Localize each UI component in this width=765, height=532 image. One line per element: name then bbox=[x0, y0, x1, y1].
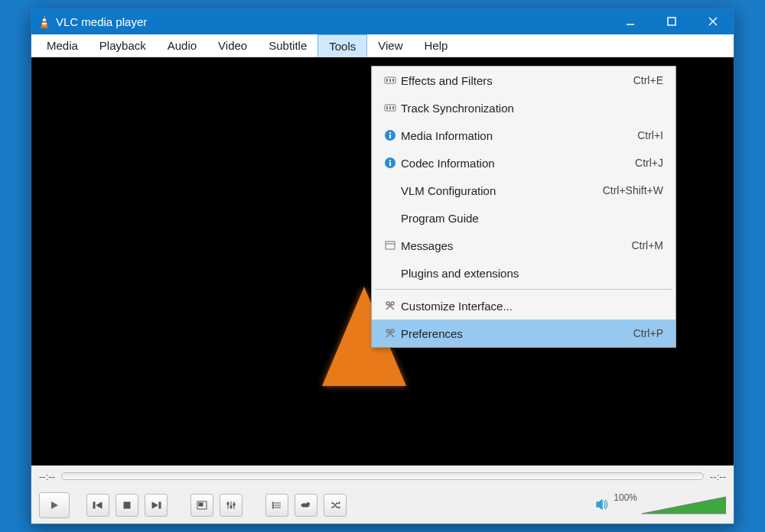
menu-item-label: Customize Interface... bbox=[401, 300, 663, 313]
svg-marker-29 bbox=[339, 501, 340, 504]
equalizer-icon bbox=[379, 74, 401, 86]
menu-subtitle[interactable]: Subtitle bbox=[258, 34, 317, 57]
vlc-cone-icon bbox=[37, 15, 51, 28]
svg-marker-30 bbox=[339, 506, 340, 509]
svg-rect-3 bbox=[42, 23, 47, 24]
menu-item-media-information[interactable]: Media InformationCtrl+I bbox=[372, 122, 675, 149]
menu-item-shortcut: Ctrl+J bbox=[635, 157, 668, 169]
seek-row: --:-- --:-- bbox=[31, 466, 734, 487]
svg-rect-15 bbox=[199, 503, 203, 506]
menu-item-customize-interface[interactable]: Customize Interface... bbox=[372, 292, 675, 320]
menu-item-label: Preferences bbox=[401, 327, 633, 340]
info-icon bbox=[379, 129, 401, 141]
app-window: VLC media player MediaPlaybackAudioVideo… bbox=[31, 8, 734, 524]
svg-rect-47 bbox=[386, 242, 395, 249]
menu-item-track-synchronization[interactable]: Track Synchronization bbox=[372, 94, 675, 122]
shuffle-button[interactable] bbox=[324, 494, 347, 517]
svg-rect-13 bbox=[159, 502, 161, 508]
svg-rect-5 bbox=[668, 18, 675, 25]
menu-item-shortcut: Ctrl+Shift+W bbox=[603, 184, 668, 196]
close-button[interactable] bbox=[692, 8, 734, 34]
svg-marker-32 bbox=[642, 497, 726, 514]
minimize-button[interactable] bbox=[610, 8, 651, 34]
menu-item-program-guide[interactable]: Program Guide bbox=[372, 204, 675, 232]
svg-rect-34 bbox=[386, 79, 388, 82]
svg-rect-36 bbox=[392, 79, 394, 82]
menu-item-label: Plugins and extensions bbox=[401, 267, 663, 280]
svg-marker-31 bbox=[597, 500, 602, 509]
svg-point-25 bbox=[272, 502, 274, 504]
menu-item-effects-and-filters[interactable]: Effects and FiltersCtrl+E bbox=[372, 66, 675, 94]
svg-rect-38 bbox=[386, 106, 388, 109]
window-icon bbox=[379, 239, 401, 251]
volume-label: 100% bbox=[614, 492, 637, 503]
speaker-icon bbox=[595, 498, 609, 514]
svg-marker-28 bbox=[308, 502, 310, 505]
svg-rect-40 bbox=[392, 106, 394, 109]
loop-button[interactable] bbox=[295, 494, 317, 517]
playlist-button[interactable] bbox=[265, 494, 288, 517]
menu-item-label: Messages bbox=[401, 239, 631, 252]
window-title: VLC media player bbox=[51, 15, 610, 28]
fullscreen-button[interactable] bbox=[190, 494, 213, 517]
tools-icon bbox=[379, 327, 401, 339]
seek-slider[interactable] bbox=[61, 472, 704, 480]
menu-item-vlm-configuration[interactable]: VLM ConfigurationCtrl+Shift+W bbox=[372, 177, 675, 204]
menu-help[interactable]: Help bbox=[414, 34, 459, 57]
menu-item-messages[interactable]: MessagesCtrl+M bbox=[372, 232, 675, 259]
svg-rect-42 bbox=[389, 135, 391, 138]
menu-item-codec-information[interactable]: Codec InformationCtrl+J bbox=[372, 149, 675, 177]
stop-button[interactable] bbox=[116, 494, 138, 517]
svg-marker-8 bbox=[51, 501, 58, 509]
svg-rect-45 bbox=[389, 162, 391, 166]
menu-item-shortcut: Ctrl+E bbox=[633, 74, 668, 86]
info-icon bbox=[379, 157, 401, 169]
svg-point-26 bbox=[272, 504, 274, 506]
play-button[interactable] bbox=[39, 492, 70, 518]
menu-tools[interactable]: Tools bbox=[317, 34, 367, 57]
svg-point-54 bbox=[391, 329, 394, 332]
menu-item-label: VLM Configuration bbox=[401, 184, 603, 197]
next-button[interactable] bbox=[145, 494, 168, 517]
menu-item-label: Media Information bbox=[401, 129, 637, 142]
svg-marker-0 bbox=[41, 15, 47, 27]
time-elapsed[interactable]: --:-- bbox=[39, 471, 55, 482]
svg-point-52 bbox=[386, 302, 389, 305]
time-remaining[interactable]: --:-- bbox=[710, 471, 726, 482]
menu-item-shortcut: Ctrl+P bbox=[633, 327, 668, 339]
menu-item-label: Effects and Filters bbox=[401, 74, 633, 87]
menu-view[interactable]: View bbox=[367, 34, 413, 57]
svg-rect-11 bbox=[124, 502, 130, 508]
svg-marker-10 bbox=[96, 502, 102, 508]
volume-control[interactable]: 100% bbox=[595, 495, 726, 515]
menu-item-plugins-and-extensions[interactable]: Plugins and extensions bbox=[372, 259, 675, 287]
svg-rect-21 bbox=[233, 504, 235, 505]
menu-item-preferences[interactable]: PreferencesCtrl+P bbox=[372, 320, 675, 347]
menu-item-label: Program Guide bbox=[401, 212, 663, 225]
svg-marker-12 bbox=[152, 502, 158, 508]
svg-point-27 bbox=[272, 507, 274, 508]
previous-button[interactable] bbox=[86, 494, 109, 517]
titlebar: VLC media player bbox=[31, 8, 734, 34]
svg-rect-35 bbox=[389, 79, 391, 82]
menu-audio[interactable]: Audio bbox=[157, 34, 207, 57]
svg-rect-9 bbox=[93, 502, 95, 508]
volume-slider[interactable] bbox=[642, 495, 726, 515]
menu-playback[interactable]: Playback bbox=[89, 34, 157, 57]
maximize-button[interactable] bbox=[651, 8, 692, 34]
controls: 100% bbox=[31, 487, 734, 524]
svg-rect-1 bbox=[41, 27, 48, 28]
svg-rect-19 bbox=[227, 503, 229, 504]
menu-media[interactable]: Media bbox=[36, 34, 89, 57]
svg-rect-2 bbox=[43, 19, 46, 21]
menu-item-shortcut: Ctrl+I bbox=[637, 129, 668, 141]
tools-icon bbox=[379, 300, 401, 312]
svg-rect-43 bbox=[389, 132, 391, 134]
menubar: MediaPlaybackAudioVideoSubtitleToolsView… bbox=[31, 34, 734, 57]
menu-item-label: Track Synchronization bbox=[401, 102, 663, 115]
extended-settings-button[interactable] bbox=[220, 494, 243, 517]
tools-menu-dropdown: Effects and FiltersCtrl+ETrack Synchroni… bbox=[371, 66, 676, 348]
window-buttons bbox=[610, 8, 734, 34]
menu-video[interactable]: Video bbox=[207, 34, 258, 57]
svg-rect-39 bbox=[389, 106, 391, 109]
